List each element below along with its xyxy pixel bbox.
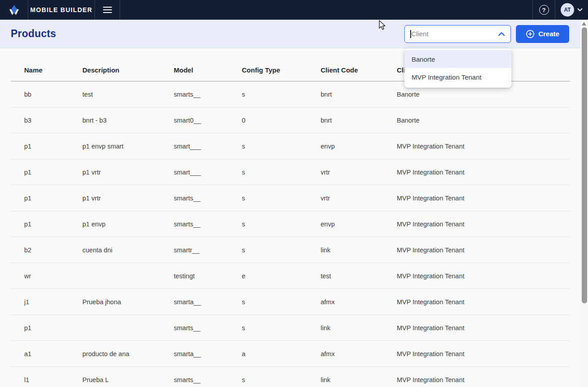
plus-circle-icon xyxy=(526,30,535,38)
column-header-config-type: Config Type xyxy=(242,66,321,74)
table-cell: smart___ xyxy=(174,169,242,176)
table-cell: vrtr xyxy=(321,195,397,202)
table-cell: testingt xyxy=(174,272,242,280)
table-cell: s xyxy=(242,91,321,98)
table-cell: bb xyxy=(24,91,82,98)
table-cell: p1 xyxy=(24,221,82,228)
table-cell: wr xyxy=(24,272,82,280)
dropdown-option-banorte[interactable]: Banorte xyxy=(404,50,511,68)
table-cell: p1 envp xyxy=(82,221,174,228)
chevron-down-icon[interactable] xyxy=(577,8,583,12)
table-row[interactable]: j1Prueba jhonasmarta__safmxMVP Integrati… xyxy=(11,289,570,315)
table-cell: s xyxy=(242,324,321,332)
table-cell: Banorte xyxy=(397,117,570,124)
table-cell: smarta__ xyxy=(174,298,242,306)
page-title: Products xyxy=(11,28,56,40)
table-cell: a xyxy=(242,350,321,357)
brand-text: MOBILE BUILDER xyxy=(30,6,93,13)
table-cell: afmx xyxy=(321,350,397,357)
table-cell: p1 vrtr xyxy=(82,169,174,176)
navbar-spacer xyxy=(120,0,533,20)
table-cell: s xyxy=(242,247,321,254)
main-content: Name Description Model Config Type Clien… xyxy=(0,59,588,387)
table-cell: s xyxy=(242,376,321,383)
table-cell: s xyxy=(242,169,321,176)
table-cell: smarts__ xyxy=(174,221,242,228)
table-cell: link xyxy=(321,247,397,254)
table-cell: 0 xyxy=(242,117,321,124)
table-row[interactable]: wrtestingtetestMVP Integration Tenant xyxy=(11,263,570,289)
table-cell: p1 vrtr xyxy=(82,195,174,202)
table-row[interactable]: p1smarts__slinkMVP Integration Tenant xyxy=(11,315,570,341)
table-cell: s xyxy=(242,221,321,228)
client-dropdown-panel: Banorte MVP Integration Tenant xyxy=(404,48,511,88)
brand-title: MOBILE BUILDER xyxy=(28,0,95,20)
column-header-name: Name xyxy=(24,66,82,74)
table-cell: smarta__ xyxy=(174,350,242,357)
table-cell: Banorte xyxy=(397,91,570,98)
dropdown-option-mvp-integration-tenant[interactable]: MVP Integration Tenant xyxy=(404,68,511,86)
table-row[interactable]: b3bnrt - b3smart0__0bnrtBanorte xyxy=(11,107,570,133)
table-cell: bnrt xyxy=(321,91,397,98)
table-row[interactable]: a1producto de anasmarta__aafmxMVP Integr… xyxy=(11,341,570,367)
menu-button[interactable] xyxy=(95,0,120,20)
vertical-scrollbar[interactable] xyxy=(580,20,588,387)
table-cell: p1 xyxy=(24,195,82,202)
top-navbar: MOBILE BUILDER ? AT xyxy=(0,0,588,20)
table-cell: MVP Integration Tenant xyxy=(397,221,570,228)
app-logo[interactable] xyxy=(0,0,28,20)
table-row[interactable]: p1p1 vrtrsmart___svrtrMVP Integration Te… xyxy=(11,159,570,185)
hamburger-icon xyxy=(103,7,112,13)
table-cell: smart0__ xyxy=(174,117,242,124)
table-cell: vrtr xyxy=(321,169,397,176)
scrollbar-up-arrow-icon[interactable] xyxy=(582,22,586,26)
header-actions: Client Create xyxy=(404,25,569,43)
table-cell: p1 xyxy=(24,169,82,176)
client-filter-input[interactable]: Client xyxy=(404,25,511,43)
table-cell: bnrt - b3 xyxy=(82,117,174,124)
client-filter-placeholder: Client xyxy=(412,30,429,38)
table-row[interactable]: p1p1 envp smartsmart___senvpMVP Integrat… xyxy=(11,133,570,159)
table-cell: p1 xyxy=(24,324,82,332)
table-cell: MVP Integration Tenant xyxy=(397,298,570,306)
table-cell: smarts__ xyxy=(174,91,242,98)
column-header-model: Model xyxy=(174,66,242,74)
chevron-up-icon[interactable] xyxy=(498,32,505,36)
table-row[interactable]: b2cuenta dnismartr__slinkMVP Integration… xyxy=(11,237,570,263)
logo-icon xyxy=(8,4,20,16)
table-cell: envp xyxy=(321,221,397,228)
create-button[interactable]: Create xyxy=(516,25,569,43)
table-cell: MVP Integration Tenant xyxy=(397,247,570,254)
table-cell: producto de ana xyxy=(82,350,174,357)
table-cell: smarts__ xyxy=(174,324,242,332)
table-row[interactable]: p1p1 envpsmarts__senvpMVP Integration Te… xyxy=(11,211,570,237)
table-cell: link xyxy=(321,376,397,383)
products-table: Name Description Model Config Type Clien… xyxy=(11,59,570,387)
table-cell: MVP Integration Tenant xyxy=(397,376,570,383)
table-cell: s xyxy=(242,143,321,150)
table-body: bbtestsmarts__sbnrtBanorteb3bnrt - b3sma… xyxy=(11,81,570,387)
table-cell: l1 xyxy=(24,376,82,383)
table-cell: test xyxy=(321,272,397,280)
column-header-description: Description xyxy=(82,66,174,74)
table-cell: MVP Integration Tenant xyxy=(397,143,570,150)
table-cell: cuenta dni xyxy=(82,247,174,254)
table-cell: afmx xyxy=(321,298,397,306)
create-button-label: Create xyxy=(538,30,559,38)
table-row[interactable]: p1p1 vrtrsmarts__svrtrMVP Integration Te… xyxy=(11,185,570,211)
table-cell: b2 xyxy=(24,247,82,254)
help-button[interactable]: ? xyxy=(533,0,555,20)
table-cell: envp xyxy=(321,143,397,150)
table-row[interactable]: l1Prueba Lsmarts__slinkMVP Integration T… xyxy=(11,367,570,387)
table-cell: s xyxy=(242,195,321,202)
table-cell: smart___ xyxy=(174,143,242,150)
table-cell: s xyxy=(242,298,321,306)
table-cell: b3 xyxy=(24,117,82,124)
scrollbar-thumb[interactable] xyxy=(582,27,587,303)
account-menu[interactable]: AT xyxy=(555,0,588,20)
table-cell: MVP Integration Tenant xyxy=(397,195,570,202)
table-cell: smarts__ xyxy=(174,195,242,202)
page-header: Products Client Create xyxy=(0,20,588,48)
table-cell: p1 envp smart xyxy=(82,143,174,150)
table-cell: MVP Integration Tenant xyxy=(397,169,570,176)
